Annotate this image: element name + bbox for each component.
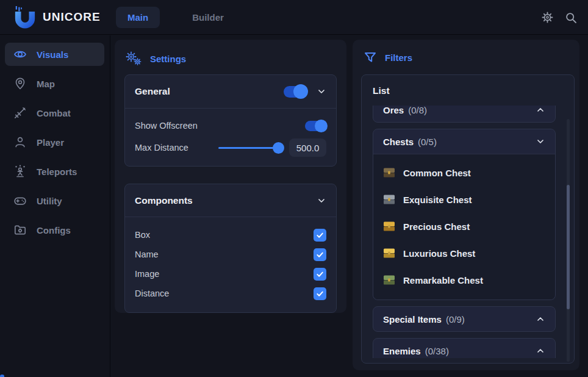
chest-icon: [383, 221, 395, 232]
list-item-label: Remarkable Chest: [403, 275, 483, 285]
list-item-label: Precious Chest: [403, 221, 470, 232]
scrollbar-thumb[interactable]: [567, 185, 570, 309]
sidebar-item-player[interactable]: Player: [5, 131, 104, 154]
filter-section-count: (0/5): [418, 137, 437, 147]
sidebar-item-label: Visuals: [37, 49, 68, 60]
slider-thumb[interactable]: [273, 142, 284, 154]
list-item[interactable]: Precious Chest: [373, 213, 555, 240]
filters-header: Filters: [353, 40, 579, 70]
component-label: Image: [135, 269, 314, 279]
top-bar-actions: [541, 0, 577, 35]
folder-gear-icon: [13, 223, 27, 237]
component-row: Image: [125, 264, 336, 284]
tab-builder[interactable]: Builder: [181, 7, 235, 28]
filter-funnel-icon: [364, 51, 377, 63]
top-bar: UNICORE Main Builder: [0, 0, 588, 35]
filter-section-header[interactable]: Enemies (0/38): [373, 339, 555, 358]
max-distance-value[interactable]: 500.0: [289, 138, 326, 157]
corner-accent: [0, 375, 4, 377]
sidebar-item-map[interactable]: Map: [5, 72, 104, 95]
filter-section-count: (0/9): [446, 314, 465, 325]
components-title: Components: [135, 195, 307, 206]
chevron-up-icon[interactable]: [536, 106, 545, 115]
sidebar-item-label: Player: [37, 137, 64, 148]
filter-section-count: (0/38): [425, 346, 449, 356]
list-item-label: Luxurious Chest: [403, 248, 475, 259]
component-label: Name: [135, 250, 314, 259]
filters-title: Filters: [385, 52, 412, 63]
sidebar-item-utility[interactable]: Utility: [5, 189, 104, 212]
component-row: Distance: [125, 284, 336, 303]
component-row: Box: [125, 225, 336, 245]
filter-section-count: (0/8): [408, 106, 427, 115]
sidebar: Visuals Map Combat Player Teleports Util…: [0, 35, 110, 377]
general-title: General: [135, 86, 284, 97]
checkbox[interactable]: [314, 287, 326, 300]
checkbox[interactable]: [314, 229, 326, 242]
gamepad-icon: [13, 194, 27, 207]
filter-section-header[interactable]: Special Items (0/9): [373, 307, 555, 331]
unicore-logo-icon: [15, 6, 35, 28]
sidebar-item-teleports[interactable]: Teleports: [5, 160, 104, 183]
max-distance-row: Max Distance 500.0: [125, 138, 336, 157]
search-icon[interactable]: [565, 12, 577, 24]
checkbox[interactable]: [314, 248, 326, 261]
list-item[interactable]: Remarkable Chest: [373, 267, 555, 293]
list-item[interactable]: Common Chest: [373, 159, 555, 186]
sidebar-item-label: Configs: [37, 225, 71, 235]
list-item[interactable]: Luxurious Chest: [373, 240, 555, 267]
general-toggle[interactable]: [284, 86, 307, 98]
chevron-down-icon[interactable]: [536, 137, 545, 146]
chevron-up-icon[interactable]: [536, 346, 545, 356]
filter-section-title: Enemies: [383, 346, 421, 356]
component-label: Box: [135, 230, 314, 240]
teleport-icon: [13, 165, 27, 178]
show-offscreen-row: Show Offscreen: [125, 117, 336, 135]
list-item[interactable]: Exquisite Chest: [373, 186, 555, 213]
tab-main[interactable]: Main: [116, 7, 160, 28]
checkbox[interactable]: [314, 268, 326, 281]
sidebar-item-label: Teleports: [37, 167, 77, 177]
list-title: List: [362, 75, 574, 103]
sidebar-item-combat[interactable]: Combat: [5, 101, 104, 124]
map-pin-icon: [13, 77, 27, 90]
filter-section-header[interactable]: Ores (0/8): [373, 106, 555, 122]
general-card: General Show Offscreen Max Distance 500.…: [124, 74, 337, 167]
brand-title: UNICORE: [43, 10, 101, 24]
filter-list-scroll-area[interactable]: Ores (0/8) Chests (0/5) Common Chest: [373, 106, 556, 358]
settings-panel: Settings General Show Offscreen Max Dist…: [115, 40, 346, 313]
chevron-up-icon[interactable]: [536, 314, 545, 324]
chest-icon: [383, 194, 395, 205]
filter-section-title: Chests: [383, 137, 414, 147]
component-label: Distance: [135, 289, 314, 298]
person-icon: [13, 135, 27, 149]
sidebar-item-label: Map: [37, 79, 55, 89]
chevron-down-icon[interactable]: [317, 196, 326, 206]
chest-icon: [383, 167, 395, 178]
show-offscreen-toggle[interactable]: [305, 121, 326, 131]
app-window: UNICORE Main Builder Visuals: [0, 0, 588, 377]
top-tabs: Main Builder: [116, 0, 235, 35]
gear-icon[interactable]: [541, 11, 554, 24]
general-card-body: Show Offscreen Max Distance 500.0: [125, 109, 336, 166]
filter-section-chests: Chests (0/5) Common Chest Exquisite Ches…: [373, 129, 556, 300]
chevron-down-icon[interactable]: [317, 87, 326, 96]
sidebar-item-visuals[interactable]: Visuals: [5, 43, 104, 66]
sidebar-item-configs[interactable]: Configs: [5, 218, 104, 242]
component-row: Name: [125, 245, 336, 264]
settings-header: Settings: [115, 40, 346, 72]
components-card-header[interactable]: Components: [125, 184, 336, 217]
list-item-label: Exquisite Chest: [403, 195, 472, 205]
filter-section-enemies: Enemies (0/38): [373, 338, 556, 358]
filter-section-header[interactable]: Chests (0/5): [373, 129, 555, 154]
max-distance-label: Max Distance: [135, 143, 188, 153]
filter-section-title: Ores: [383, 106, 404, 115]
filters-panel: Filters List Ores (0/8) Chests (0/5): [353, 40, 579, 370]
eye-icon: [13, 48, 27, 61]
max-distance-slider[interactable]: [218, 147, 279, 149]
show-offscreen-label: Show Offscreen: [135, 121, 198, 131]
filter-section-special-items: Special Items (0/9): [373, 306, 556, 332]
components-card-body: Box Name Image Distance: [125, 217, 336, 312]
general-card-header[interactable]: General: [125, 75, 336, 108]
components-card: Components Box Name Image Distance: [124, 184, 337, 313]
